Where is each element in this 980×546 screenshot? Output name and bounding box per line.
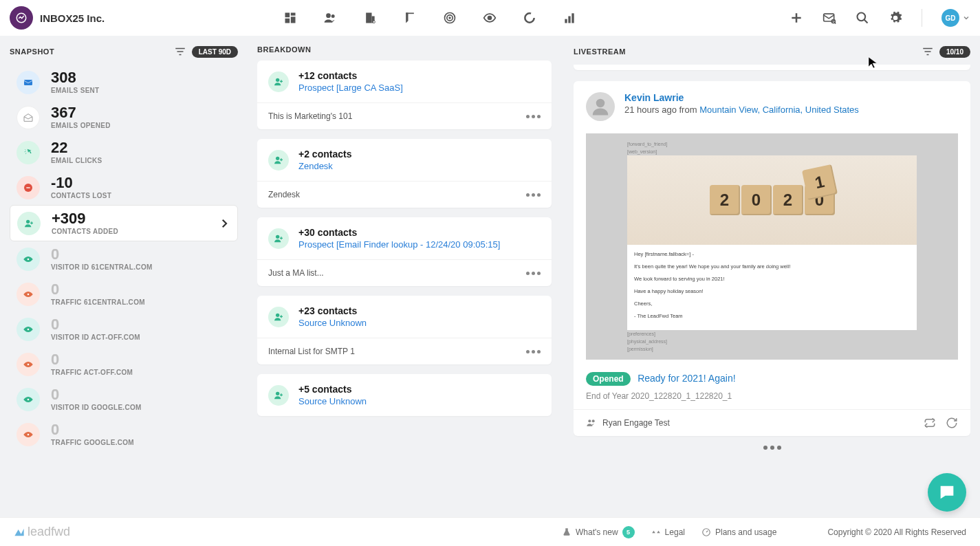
breakdown-card-header[interactable]: +30 contacts Prospect [Email Finder look… (257, 217, 552, 259)
users-icon (586, 417, 597, 428)
filter-icon[interactable] (922, 45, 934, 58)
snapshot-item[interactable]: +309 CONTACTS ADDED (10, 205, 238, 241)
filter-icon[interactable] (174, 45, 186, 58)
snapshot-title: SNAPSHOT (10, 47, 54, 56)
snapshot-label: VISITOR ID 61CENTRAL.COM (51, 263, 231, 271)
dashboard-icon[interactable] (283, 11, 297, 25)
snapshot-label: VISITOR ID ACT-OFF.COM (51, 334, 231, 341)
breakdown-card-header[interactable]: +23 contacts Source Unknown (257, 296, 552, 338)
campaign-id: End of Year 2020_122820_1_122820_1 (574, 391, 970, 409)
chevron-down-icon (962, 14, 970, 22)
snapshot-value: 0 (51, 317, 231, 332)
more-dots-icon[interactable] (526, 350, 541, 353)
svg-point-35 (276, 391, 279, 395)
open-icon (17, 106, 40, 129)
snapshot-label: VISITOR ID GOOGLE.COM (51, 404, 231, 411)
app-header: INBOX25 Inc. GD (0, 0, 980, 36)
more-dots-icon[interactable] (526, 272, 541, 275)
svg-point-34 (276, 313, 279, 316)
target-icon[interactable] (443, 11, 457, 25)
breakdown-note: This is Marketing's 101 (268, 111, 352, 121)
breakdown-card-header[interactable]: +5 contacts Source Unknown (257, 374, 552, 416)
contacts-icon (268, 228, 289, 249)
user-menu[interactable]: GD (941, 9, 970, 27)
contact-name[interactable]: Kevin Lawrie (624, 92, 859, 103)
snapshot-item[interactable]: 0 VISITOR ID 61CENTRAL.COM (10, 241, 238, 276)
status-badge: Opened (586, 372, 631, 386)
snapshot-label: TRAFFIC ACT-OFF.COM (51, 369, 231, 376)
footer-logo[interactable]: leadfwd (14, 525, 70, 539)
snapshot-label: EMAILS OPENED (51, 122, 231, 129)
snapshot-item[interactable]: 308 EMAILS SENT (10, 65, 238, 100)
snapshot-item[interactable]: 0 TRAFFIC GOOGLE.COM (10, 417, 238, 452)
eye-icon (17, 248, 40, 271)
whats-new-link[interactable]: What's new 5 (562, 526, 635, 538)
breakdown-card-title: +5 contacts (298, 384, 367, 395)
refresh-icon[interactable] (946, 417, 958, 429)
gear-icon[interactable] (889, 11, 902, 25)
breakdown-title: BREAKDOWN (257, 45, 311, 54)
breakdown-card-header[interactable]: +12 contacts Prospect [Large CA SaaS] (257, 61, 552, 102)
snapshot-item[interactable]: -10 CONTACTS LOST (10, 170, 238, 205)
campaigns-icon[interactable] (403, 11, 417, 25)
email-preview[interactable]: [forward_to_friend] [web_version] 2 0 2 … (586, 133, 958, 360)
header-actions: GD (790, 9, 970, 27)
svg-point-26 (28, 293, 30, 295)
main-nav (283, 11, 576, 25)
analytics-icon[interactable] (563, 11, 576, 25)
snapshot-item[interactable]: 0 TRAFFIC ACT-OFF.COM (10, 347, 238, 382)
add-icon[interactable] (790, 11, 803, 25)
breakdown-note: Internal List for SMTP 1 (268, 347, 355, 356)
chat-button[interactable] (928, 473, 966, 512)
svg-point-24 (26, 219, 30, 223)
contact-avatar[interactable] (586, 92, 615, 121)
svg-point-33 (276, 234, 279, 238)
breakdown-card-link[interactable]: Source Unknown (298, 396, 367, 406)
email-subject-link[interactable]: Ready for 2021! Again! (638, 373, 735, 384)
svg-rect-7 (366, 13, 371, 23)
svg-point-9 (373, 21, 375, 23)
loading-icon[interactable] (523, 11, 536, 25)
svg-rect-10 (406, 13, 414, 14)
svg-point-37 (588, 419, 591, 422)
breakdown-card-link[interactable]: Prospect [Email Finder lookup - 12/24/20… (298, 239, 500, 250)
add-icon (17, 212, 41, 235)
plans-link[interactable]: Plans and usage (701, 527, 776, 537)
breakdown-card: +5 contacts Source Unknown (257, 374, 552, 416)
legal-link[interactable]: Legal (651, 527, 685, 537)
location-link[interactable]: Mountain View, California, United States (699, 105, 859, 115)
companies-icon[interactable] (363, 11, 377, 25)
date-range-pill[interactable]: LAST 90D (192, 46, 238, 58)
chevron-right-icon (218, 217, 230, 230)
svg-point-21 (858, 13, 866, 21)
breakdown-card: +12 contacts Prospect [Large CA SaaS] Th… (257, 61, 552, 129)
load-more-dots[interactable] (574, 446, 970, 450)
email-hero-image: 2 0 2 1 0 (627, 155, 917, 245)
snapshot-label: TRAFFIC 61CENTRAL.COM (51, 298, 231, 306)
snapshot-item[interactable]: 0 TRAFFIC 61CENTRAL.COM (10, 276, 238, 312)
snapshot-value: 308 (51, 70, 231, 85)
snapshot-item[interactable]: 0 VISITOR ID ACT-OFF.COM (10, 312, 238, 347)
more-dots-icon[interactable] (526, 193, 541, 197)
breakdown-card: +2 contacts Zendesk Zendesk (257, 139, 552, 208)
search-icon[interactable] (856, 11, 869, 25)
snapshot-item[interactable]: 367 EMAILS OPENED (10, 100, 238, 135)
breakdown-card-link[interactable]: Prospect [Large CA SaaS] (298, 83, 403, 93)
snapshot-label: TRAFFIC GOOGLE.COM (51, 439, 231, 446)
app-footer: leadfwd What's new 5 Legal Plans and usa… (0, 517, 980, 546)
snapshot-label: EMAIL CLICKS (51, 157, 231, 164)
snapshot-item[interactable]: 0 VISITOR ID GOOGLE.COM (10, 382, 238, 417)
more-dots-icon[interactable] (526, 115, 541, 118)
snapshot-item[interactable]: 22 EMAIL CLICKS (10, 135, 238, 170)
brand-logo[interactable] (10, 6, 33, 30)
mail-search-icon[interactable] (823, 11, 836, 25)
breakdown-card-link[interactable]: Zendesk (298, 161, 351, 171)
svg-rect-2 (291, 13, 296, 16)
breakdown-card-header[interactable]: +2 contacts Zendesk (257, 139, 552, 181)
contacts-icon[interactable] (323, 11, 337, 25)
breakdown-card-link[interactable]: Source Unknown (298, 318, 367, 328)
eye-icon[interactable] (483, 11, 497, 25)
repeat-icon[interactable] (924, 417, 936, 429)
activity-meta: 21 hours ago from Mountain View, Califor… (624, 105, 859, 115)
snapshot-value: -10 (51, 175, 231, 190)
